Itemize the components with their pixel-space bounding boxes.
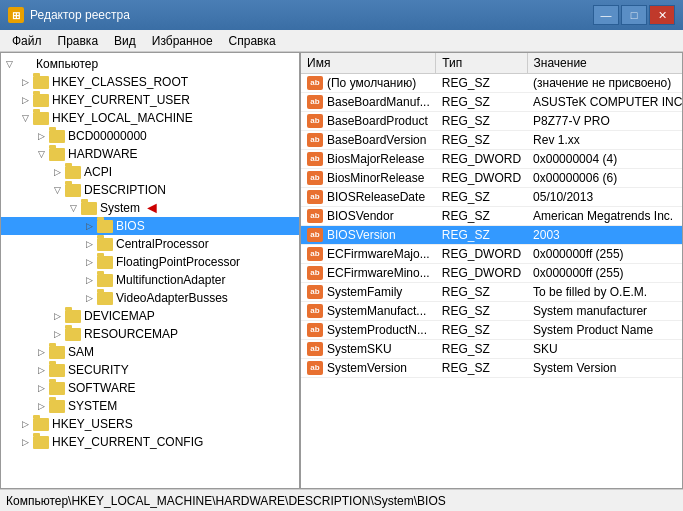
tree-expander[interactable]: ▷ [33,380,49,396]
tree-expander[interactable]: ▷ [49,326,65,342]
menu-help[interactable]: Справка [221,32,284,50]
reg-value-cell: Rev 1.xx [527,131,682,150]
reg-name-cell: abBaseBoardProduct [301,112,436,131]
tree-node-row[interactable]: ▽System◄ [1,199,299,217]
tree-node-label: SOFTWARE [68,379,136,397]
menu-file[interactable]: Файл [4,32,50,50]
tree-node-label: ACPI [84,163,112,181]
tree-expander[interactable]: ▷ [81,254,97,270]
table-row[interactable]: abBiosMajorReleaseREG_DWORD0x00000004 (4… [301,150,682,169]
tree-expander[interactable]: ▷ [17,434,33,450]
folder-icon [81,202,97,215]
tree-node-row[interactable]: ▷HKEY_CURRENT_CONFIG [1,433,299,451]
tree-node-row[interactable]: ▷SOFTWARE [1,379,299,397]
table-row[interactable]: abBaseBoardProductREG_SZP8Z77-V PRO [301,112,682,131]
tree-node-row[interactable]: ▽🖥Компьютер [1,55,299,73]
tree-node-row[interactable]: ▷HKEY_CURRENT_USER [1,91,299,109]
tree-node-row[interactable]: ▷BCD00000000 [1,127,299,145]
tree-expander[interactable]: ▷ [81,236,97,252]
tree-node-label: BCD00000000 [68,127,147,145]
table-row[interactable]: abECFirmwareMajo...REG_DWORD0x000000ff (… [301,245,682,264]
table-row[interactable]: ab(По умолчанию)REG_SZ(значение не присв… [301,74,682,93]
folder-icon [97,256,113,269]
tree-node: ▷DEVICEMAP [1,307,299,325]
folder-icon [49,400,65,413]
tree-node-row[interactable]: ▷CentralProcessor [1,235,299,253]
table-row[interactable]: abBaseBoardVersionREG_SZRev 1.xx [301,131,682,150]
minimize-button[interactable]: — [593,5,619,25]
folder-icon [65,328,81,341]
table-row[interactable]: abECFirmwareMino...REG_DWORD0x000000ff (… [301,264,682,283]
tree-node: ▷BCD00000000 [1,127,299,145]
tree-node-row[interactable]: ▷BIOS [1,217,299,235]
tree-node-row[interactable]: ▷ACPI [1,163,299,181]
tree-expander[interactable]: ▷ [17,92,33,108]
tree-node-row[interactable]: ▽HARDWARE [1,145,299,163]
tree-expander[interactable]: ▷ [49,164,65,180]
tree-expander[interactable]: ▷ [33,362,49,378]
table-row[interactable]: abBiosMinorReleaseREG_DWORD0x00000006 (6… [301,169,682,188]
tree-node-row[interactable]: ▷MultifunctionAdapter [1,271,299,289]
reg-type-cell: REG_SZ [436,226,527,245]
reg-name-cell: abBIOSVersion [301,226,436,245]
close-button[interactable]: ✕ [649,5,675,25]
folder-icon [97,274,113,287]
tree-expander[interactable]: ▽ [65,200,81,216]
tree-node-label: HKEY_LOCAL_MACHINE [52,109,193,127]
table-row[interactable]: abBIOSVendorREG_SZAmerican Megatrends In… [301,207,682,226]
tree-expander[interactable]: ▷ [81,218,97,234]
tree-node-row[interactable]: ▷RESOURCEMAP [1,325,299,343]
tree-expander[interactable]: ▷ [17,74,33,90]
tree-node-row[interactable]: ▷SYSTEM [1,397,299,415]
menu-view[interactable]: Вид [106,32,144,50]
col-value[interactable]: Значение [527,53,682,74]
tree-expander[interactable]: ▷ [33,128,49,144]
tree-expander[interactable]: ▽ [49,182,65,198]
tree-node-row[interactable]: ▷HKEY_USERS [1,415,299,433]
maximize-button[interactable]: □ [621,5,647,25]
registry-table: Имя Тип Значение ab(По умолчанию)REG_SZ(… [301,53,682,378]
table-row[interactable]: abSystemProductN...REG_SZSystem Product … [301,321,682,340]
reg-name-cell: abSystemFamily [301,283,436,302]
tree-expander[interactable]: ▷ [49,308,65,324]
reg-name-cell: abSystemSKU [301,340,436,359]
tree-node: ▷FloatingPointProcessor [1,253,299,271]
reg-type-cell: REG_DWORD [436,169,527,188]
tree-node-row[interactable]: ▽DESCRIPTION [1,181,299,199]
menu-favorites[interactable]: Избранное [144,32,221,50]
tree-node-row[interactable]: ▷HKEY_CLASSES_ROOT [1,73,299,91]
tree-node: ▷MultifunctionAdapter [1,271,299,289]
table-row[interactable]: abSystemVersionREG_SZSystem Version [301,359,682,378]
col-type[interactable]: Тип [436,53,527,74]
tree-node-row[interactable]: ▽HKEY_LOCAL_MACHINE [1,109,299,127]
tree-node-row[interactable]: ▷SECURITY [1,361,299,379]
menu-edit[interactable]: Правка [50,32,107,50]
tree-expander[interactable]: ▽ [1,56,17,72]
reg-value-cell: 0x00000004 (4) [527,150,682,169]
tree-expander[interactable]: ▷ [81,290,97,306]
col-name[interactable]: Имя [301,53,436,74]
tree-expander[interactable]: ▷ [81,272,97,288]
table-row[interactable]: abBIOSReleaseDateREG_SZ05/10/2013 [301,188,682,207]
tree-node-label: SAM [68,343,94,361]
table-row[interactable]: abSystemSKUREG_SZSKU [301,340,682,359]
tree-node-row[interactable]: ▷SAM [1,343,299,361]
tree-node: ▽System◄ [1,199,299,217]
tree-expander[interactable]: ▽ [17,110,33,126]
tree-node-row[interactable]: ▷FloatingPointProcessor [1,253,299,271]
tree-node-row[interactable]: ▷VideoAdapterBusses [1,289,299,307]
table-row[interactable]: abSystemFamilyREG_SZTo be filled by O.E.… [301,283,682,302]
tree-expander[interactable]: ▷ [33,344,49,360]
tree-expander[interactable]: ▽ [33,146,49,162]
tree-expander[interactable]: ▷ [17,416,33,432]
reg-type-cell: REG_SZ [436,112,527,131]
tree-node-row[interactable]: ▷DEVICEMAP [1,307,299,325]
tree-expander[interactable]: ▷ [33,398,49,414]
app-icon: ⊞ [8,7,24,23]
table-row[interactable]: abSystemManufact...REG_SZSystem manufact… [301,302,682,321]
table-row[interactable]: abBaseBoardManuf...REG_SZASUSTeK COMPUTE… [301,93,682,112]
table-row[interactable]: abBIOSVersionREG_SZ2003 [301,226,682,245]
tree-node: ▷SECURITY [1,361,299,379]
reg-name-cell: abSystemVersion [301,359,436,378]
tree-node: ▷HKEY_CURRENT_CONFIG [1,433,299,451]
